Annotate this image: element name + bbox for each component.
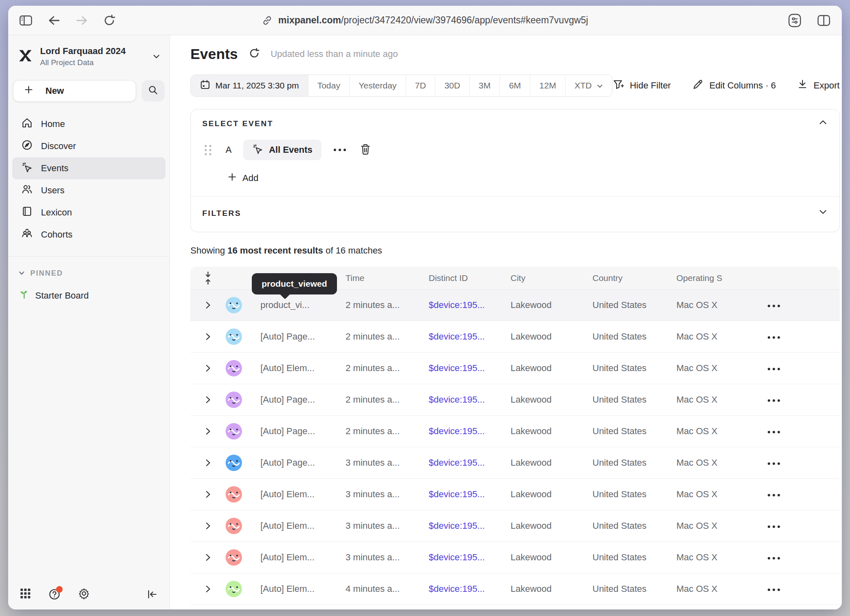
row-actions-button[interactable] bbox=[765, 431, 780, 433]
header-os[interactable]: Operating S bbox=[676, 273, 765, 283]
back-icon[interactable] bbox=[47, 15, 61, 26]
reload-icon[interactable] bbox=[103, 14, 115, 27]
row-actions-button[interactable] bbox=[765, 494, 780, 496]
table-row: [Auto] Page... 2 minutes a... $device:19… bbox=[190, 321, 840, 353]
sort-icon[interactable] bbox=[190, 271, 226, 285]
preset-7d[interactable]: 7D bbox=[406, 75, 435, 96]
expand-row-chevron[interactable] bbox=[190, 490, 226, 499]
row-actions-button[interactable] bbox=[765, 589, 780, 591]
table-body: product_vi... 2 minutes a... $device:195… bbox=[190, 290, 840, 609]
gear-icon[interactable] bbox=[78, 587, 90, 601]
os-cell: Mac OS X bbox=[676, 331, 765, 342]
forward-icon[interactable] bbox=[75, 15, 88, 26]
row-actions-button[interactable] bbox=[765, 399, 780, 402]
trash-icon[interactable] bbox=[360, 143, 371, 157]
avatar bbox=[226, 518, 242, 534]
header-distinct-id[interactable]: Distinct ID bbox=[429, 273, 511, 283]
cursor-spark-icon bbox=[252, 143, 263, 157]
distinct-id-link[interactable]: $device:195... bbox=[429, 552, 511, 563]
sidebar-item-events[interactable]: Events bbox=[12, 157, 165, 179]
table-row: [Auto] Page... 3 minutes a... $device:19… bbox=[190, 447, 840, 479]
pinned-section-header[interactable]: PINNED bbox=[8, 257, 170, 281]
sidebar-item-users[interactable]: Users bbox=[12, 179, 165, 202]
apps-grid-icon[interactable] bbox=[20, 588, 31, 601]
sidebar-item-discover[interactable]: Discover bbox=[12, 135, 165, 157]
row-actions-button[interactable] bbox=[765, 525, 780, 528]
header-country[interactable]: Country bbox=[592, 273, 676, 283]
sidebar-item-home[interactable]: Home bbox=[12, 113, 165, 135]
expand-row-chevron[interactable] bbox=[190, 332, 226, 341]
avatar bbox=[226, 392, 242, 408]
expand-row-chevron[interactable] bbox=[190, 395, 226, 404]
preset-xtd[interactable]: XTD bbox=[565, 75, 612, 96]
distinct-id-link[interactable]: $device:195... bbox=[429, 584, 511, 594]
compass-icon bbox=[21, 139, 33, 153]
table-row bbox=[190, 605, 840, 609]
preset-6m[interactable]: 6M bbox=[500, 75, 530, 96]
preset-3m[interactable]: 3M bbox=[469, 75, 500, 96]
chevron-up-icon[interactable] bbox=[818, 119, 828, 125]
distinct-id-link[interactable]: $device:195... bbox=[429, 331, 511, 342]
new-button-label: New bbox=[45, 86, 64, 96]
refresh-icon[interactable] bbox=[249, 48, 260, 61]
distinct-id-link[interactable]: $device:195... bbox=[429, 300, 511, 310]
row-actions-button[interactable] bbox=[765, 305, 780, 307]
edit-columns-button[interactable]: Edit Columns · 6 bbox=[692, 79, 776, 93]
date-picker-current[interactable]: Mar 11, 2025 3:30 pm bbox=[191, 75, 308, 96]
distinct-id-link[interactable]: $device:195... bbox=[429, 521, 511, 531]
row-actions-button[interactable] bbox=[765, 368, 780, 370]
distinct-id-link[interactable]: $device:195... bbox=[429, 489, 511, 500]
select-event-label: SELECT EVENT bbox=[202, 119, 828, 128]
event-selector-pill[interactable]: All Events bbox=[243, 140, 321, 160]
export-button[interactable]: Export bbox=[797, 79, 840, 93]
row-actions-button[interactable] bbox=[765, 336, 780, 339]
distinct-id-link[interactable]: $device:195... bbox=[429, 457, 511, 468]
row-actions-button[interactable] bbox=[765, 462, 780, 465]
avatar bbox=[226, 423, 242, 439]
search-button[interactable] bbox=[142, 80, 165, 102]
split-view-icon[interactable] bbox=[816, 14, 831, 27]
expand-row-chevron[interactable] bbox=[190, 458, 226, 467]
expand-row-chevron[interactable] bbox=[190, 301, 226, 310]
expand-row-chevron[interactable] bbox=[190, 427, 226, 436]
hide-filter-button[interactable]: Hide Filter bbox=[613, 79, 671, 93]
sidebar-item-cohorts[interactable]: Cohorts bbox=[12, 224, 165, 246]
project-switcher[interactable]: Lord Farquaad 2024 All Project Data bbox=[8, 35, 170, 71]
country-cell: United States bbox=[592, 489, 676, 500]
event-options-button[interactable] bbox=[334, 149, 346, 151]
expand-row-chevron[interactable] bbox=[190, 521, 226, 530]
os-cell: Mac OS X bbox=[676, 426, 765, 437]
sidebar-item-lexicon[interactable]: Lexicon bbox=[12, 202, 165, 224]
distinct-id-link[interactable]: $device:195... bbox=[429, 426, 511, 437]
expand-row-chevron[interactable] bbox=[190, 553, 226, 562]
preset-yesterday[interactable]: Yesterday bbox=[349, 75, 406, 96]
help-button[interactable] bbox=[48, 588, 61, 600]
avatar bbox=[226, 581, 242, 597]
header-time[interactable]: Time bbox=[346, 273, 429, 283]
expand-row-chevron[interactable] bbox=[190, 364, 226, 373]
event-tooltip: product_viewed bbox=[252, 273, 337, 294]
browser-sidebar-toggle-icon[interactable] bbox=[19, 14, 33, 27]
drag-handle[interactable] bbox=[205, 145, 212, 155]
preset-today[interactable]: Today bbox=[308, 75, 349, 96]
expand-row-chevron[interactable] bbox=[190, 584, 226, 593]
page-settings-icon[interactable] bbox=[787, 13, 803, 28]
os-cell: Mac OS X bbox=[676, 394, 765, 405]
plus-icon bbox=[24, 85, 33, 97]
new-button[interactable]: New bbox=[13, 80, 136, 102]
row-actions-button[interactable] bbox=[765, 557, 780, 559]
header-city[interactable]: City bbox=[511, 273, 592, 283]
distinct-id-link[interactable]: $device:195... bbox=[429, 394, 511, 405]
sidebar-item-starter-board[interactable]: Starter Board bbox=[8, 281, 170, 310]
plus-icon bbox=[228, 172, 237, 184]
city-cell: Lakewood bbox=[511, 363, 592, 374]
add-event-button[interactable]: Add bbox=[228, 172, 828, 184]
distinct-id-link[interactable]: $device:195... bbox=[429, 363, 511, 374]
chevron-down-icon[interactable] bbox=[818, 209, 828, 215]
avatar bbox=[226, 486, 242, 503]
preset-12m[interactable]: 12M bbox=[530, 75, 565, 96]
avatar bbox=[226, 328, 242, 345]
collapse-sidebar-icon[interactable] bbox=[147, 589, 158, 600]
url-bar[interactable]: mixpanel.com/project/3472420/view/397469… bbox=[262, 15, 588, 26]
preset-30d[interactable]: 30D bbox=[435, 75, 469, 96]
